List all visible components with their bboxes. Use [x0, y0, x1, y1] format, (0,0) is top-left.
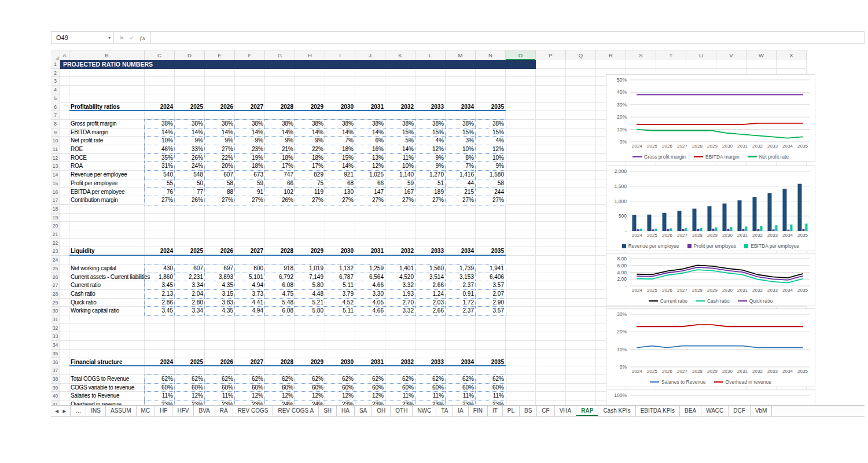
- data-cell[interactable]: 5.11: [325, 281, 355, 290]
- data-cell[interactable]: 1,019: [295, 264, 325, 273]
- data-cell[interactable]: 31%: [145, 162, 175, 171]
- data-cell[interactable]: 607: [175, 264, 205, 273]
- column-header-L[interactable]: L: [415, 50, 446, 60]
- data-cell[interactable]: 7,149: [295, 273, 325, 282]
- data-cell[interactable]: 9%: [295, 137, 325, 145]
- data-cell[interactable]: 60%: [325, 384, 355, 392]
- data-cell[interactable]: 62%: [175, 375, 205, 384]
- sheet-tab-dcf[interactable]: DCF: [729, 406, 751, 416]
- data-cell[interactable]: 76: [145, 188, 175, 197]
- row-header-34[interactable]: 34: [51, 341, 60, 350]
- data-cell[interactable]: 697: [205, 264, 235, 273]
- row-label[interactable]: ROCE: [69, 154, 145, 163]
- row-header-31[interactable]: 31: [51, 315, 60, 324]
- data-cell[interactable]: 10%: [145, 137, 175, 145]
- data-cell[interactable]: 4.35: [205, 281, 235, 290]
- data-cell[interactable]: 3.57: [476, 281, 506, 290]
- data-cell[interactable]: 14%: [205, 128, 235, 137]
- row-label[interactable]: Profit per employee: [69, 179, 145, 188]
- data-cell[interactable]: 2.80: [175, 299, 205, 307]
- data-cell[interactable]: 2.04: [175, 290, 205, 299]
- data-cell[interactable]: 3.32: [385, 307, 415, 315]
- data-cell[interactable]: 75: [295, 179, 325, 188]
- data-cell[interactable]: 60%: [265, 384, 295, 392]
- row-header-27[interactable]: 27: [51, 281, 60, 290]
- row-header-20[interactable]: 20: [51, 222, 60, 230]
- data-cell[interactable]: 26%: [265, 196, 295, 205]
- data-cell[interactable]: 62%: [325, 375, 355, 384]
- data-cell[interactable]: 921: [325, 171, 355, 179]
- data-cell[interactable]: 1,416: [446, 171, 476, 179]
- data-cell[interactable]: 6,564: [355, 273, 385, 282]
- data-cell[interactable]: 3.30: [355, 290, 385, 299]
- data-cell[interactable]: 14%: [235, 128, 265, 137]
- enter-icon[interactable]: ✓: [129, 35, 134, 41]
- row-header-9[interactable]: 9: [51, 128, 60, 137]
- data-cell[interactable]: 3.83: [205, 299, 235, 307]
- data-cell[interactable]: 38%: [385, 120, 415, 128]
- data-cell[interactable]: 62%: [385, 375, 415, 384]
- data-cell[interactable]: 24%: [295, 400, 325, 405]
- data-cell[interactable]: 38%: [415, 120, 446, 128]
- row-header-40[interactable]: 40: [51, 392, 60, 400]
- cancel-icon[interactable]: ✕: [119, 35, 124, 41]
- data-cell[interactable]: 8%: [446, 154, 476, 163]
- data-cell[interactable]: 62%: [265, 375, 295, 384]
- row-label[interactable]: Working capital ratio: [69, 307, 145, 315]
- sheet-tab-assum[interactable]: ASSUM: [106, 406, 137, 416]
- data-cell[interactable]: 607: [205, 171, 235, 179]
- data-cell[interactable]: 15%: [476, 128, 506, 137]
- row-label[interactable]: Quick ratio: [69, 299, 145, 307]
- data-cell[interactable]: 10%: [385, 162, 415, 171]
- data-cell[interactable]: 16%: [355, 145, 385, 154]
- row-header-37[interactable]: 37: [51, 366, 60, 375]
- sheet-title-banner[interactable]: PROJECTED RATIO NUMBERS: [60, 60, 536, 69]
- row-header-32[interactable]: 32: [51, 324, 60, 333]
- data-cell[interactable]: 7%: [325, 137, 355, 145]
- data-cell[interactable]: 14%: [265, 128, 295, 137]
- chart-liquidity-ratios[interactable]: -2.004.006.008.0020242025202620272028202…: [606, 253, 815, 306]
- data-cell[interactable]: 38%: [205, 120, 235, 128]
- row-header-12[interactable]: 12: [51, 154, 60, 163]
- row-header-6[interactable]: 6: [51, 103, 60, 112]
- data-cell[interactable]: 46%: [145, 145, 175, 154]
- data-cell[interactable]: 7%: [446, 162, 476, 171]
- row-header-8[interactable]: 8: [51, 120, 60, 128]
- data-cell[interactable]: 9%: [415, 154, 446, 163]
- data-cell[interactable]: 60%: [145, 384, 175, 392]
- data-cell[interactable]: 1,739: [446, 264, 476, 273]
- sheet-tab-overflow[interactable]: …: [70, 406, 86, 416]
- data-cell[interactable]: 27%: [205, 145, 235, 154]
- data-cell[interactable]: 23%: [385, 400, 415, 405]
- sheet-tab-cf[interactable]: CF: [537, 406, 554, 416]
- row-header-18[interactable]: 18: [51, 205, 60, 214]
- data-cell[interactable]: 4.94: [235, 307, 265, 315]
- data-cell[interactable]: 11%: [415, 392, 446, 400]
- data-cell[interactable]: 4.75: [265, 290, 295, 299]
- data-cell[interactable]: 4.94: [235, 281, 265, 290]
- tabs-scroll-right-icon[interactable]: ▶: [62, 409, 66, 414]
- column-header-O[interactable]: O: [506, 50, 536, 60]
- data-cell[interactable]: 12%: [355, 392, 385, 400]
- data-cell[interactable]: 2.37: [446, 307, 476, 315]
- column-header-N[interactable]: N: [476, 50, 506, 60]
- data-cell[interactable]: 829: [295, 171, 325, 179]
- column-header-P[interactable]: P: [536, 50, 566, 60]
- data-cell[interactable]: 4%: [476, 137, 506, 145]
- data-cell[interactable]: 3.32: [385, 281, 415, 290]
- row-header-16[interactable]: 16: [51, 188, 60, 197]
- data-cell[interactable]: 60%: [446, 384, 476, 392]
- insert-function-icon[interactable]: ƒx: [139, 34, 145, 41]
- row-header-10[interactable]: 10: [51, 137, 60, 145]
- data-cell[interactable]: 2.37: [446, 281, 476, 290]
- sheet-tab-hfv[interactable]: HFV: [172, 406, 194, 416]
- data-cell[interactable]: 14%: [355, 128, 385, 137]
- data-cell[interactable]: 15%: [446, 128, 476, 137]
- data-cell[interactable]: 15%: [385, 128, 415, 137]
- data-cell[interactable]: 12%: [295, 392, 325, 400]
- data-cell[interactable]: 18%: [325, 145, 355, 154]
- data-cell[interactable]: 4,520: [385, 273, 415, 282]
- data-cell[interactable]: 23%: [325, 400, 355, 405]
- data-cell[interactable]: 5%: [385, 137, 415, 145]
- data-cell[interactable]: 12%: [355, 162, 385, 171]
